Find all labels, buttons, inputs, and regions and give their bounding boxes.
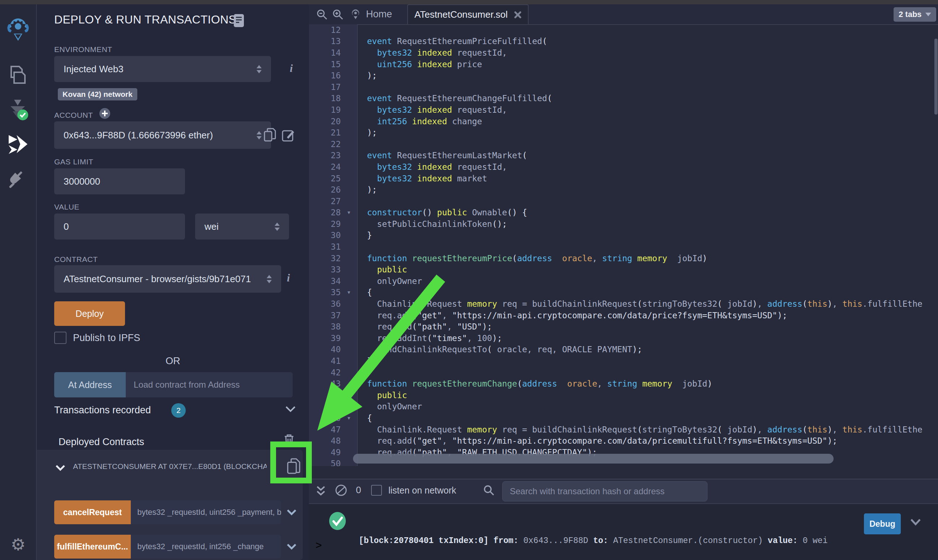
terminal-prompt[interactable]: > (315, 539, 322, 552)
contract-info-icon[interactable]: i (287, 272, 290, 284)
copy-account-icon[interactable] (264, 128, 276, 142)
environment-select[interactable]: Injected Web3 (54, 56, 271, 82)
tab-home[interactable]: Home (366, 9, 392, 20)
code-line[interactable]: 35▾ { (309, 287, 938, 298)
code-line[interactable]: 34 onlyOwner (309, 275, 938, 287)
annotation-highlight-box (270, 442, 312, 483)
code-line[interactable]: 41 } (309, 355, 938, 367)
deploy-run-icon[interactable] (7, 134, 29, 154)
function-expand-chevron-icon[interactable] (287, 535, 296, 558)
code-line[interactable]: 39 req.addInt("times", 100); (309, 332, 938, 344)
fold-caret-icon[interactable]: ▾ (341, 289, 357, 295)
code-line[interactable]: 25 bytes32 indexed market (309, 173, 938, 184)
deploy-button[interactable]: Deploy (54, 301, 125, 326)
code-line[interactable]: 46▾ { (309, 412, 938, 424)
line-number: 15 (309, 60, 341, 69)
contract-expand-chevron-icon[interactable] (55, 465, 65, 471)
code-line[interactable]: 21 ); (309, 127, 938, 138)
contract-function-row: fulfillEthereumC...bytes32 _requestId, i… (54, 535, 296, 558)
window-top-strip (0, 0, 938, 4)
code-line[interactable]: 32 function requestEthereumPrice(address… (309, 252, 938, 264)
code-line[interactable]: 47 Chainlink.Request memory req = buildC… (309, 424, 938, 435)
at-address-input[interactable]: Load contract from Address (126, 372, 293, 397)
tx-log-entry[interactable]: [block:20780401 txIndex:0] from: 0x643..… (359, 508, 827, 560)
edit-account-icon[interactable] (282, 129, 295, 142)
code-line[interactable]: 27 (309, 195, 938, 207)
line-number: 44 (309, 391, 341, 400)
log-collapse-chevron-icon[interactable] (910, 518, 921, 526)
zoom-out-icon[interactable] (316, 9, 328, 20)
line-number: 36 (309, 299, 341, 309)
value-unit-select[interactable]: wei (195, 214, 289, 240)
remix-logo[interactable] (6, 16, 30, 42)
line-number: 23 (309, 151, 341, 160)
code-line[interactable]: 20 int256 indexed change (309, 115, 938, 127)
code-line[interactable]: 30 } (309, 230, 938, 242)
code-line[interactable]: 17 (309, 81, 938, 93)
function-params-input[interactable]: bytes32 _requestId, uint256 _payment, by (131, 500, 281, 524)
horizontal-scrollbar[interactable] (353, 454, 833, 463)
function-call-button[interactable]: fulfillEthereumC... (54, 535, 131, 558)
fold-caret-icon[interactable]: ▾ (341, 209, 357, 216)
tab-close-icon[interactable] (514, 11, 521, 18)
clear-console-icon[interactable] (335, 484, 347, 496)
code-line[interactable]: 28▾ constructor() public Ownable() { (309, 207, 938, 218)
code-line[interactable]: 13 event RequestEthereumPriceFulfilled( (309, 36, 938, 47)
code-line[interactable]: 23 event RequestEthereumLastMarket( (309, 150, 938, 162)
code-line[interactable]: 48 req.add("get", "https://min-api.crypt… (309, 435, 938, 446)
code-line[interactable]: 22 (309, 138, 938, 150)
code-line[interactable]: 14 bytes32 indexed requestId, (309, 47, 938, 58)
function-expand-chevron-icon[interactable] (287, 500, 296, 524)
home-tab-icon[interactable] (349, 8, 362, 21)
code-line[interactable]: 33 public (309, 264, 938, 275)
at-address-button[interactable]: At Address (54, 372, 126, 397)
code-line[interactable]: 12 (309, 24, 938, 36)
plugin-manager-icon[interactable] (8, 170, 28, 189)
fold-caret-icon[interactable]: ▾ (341, 415, 357, 421)
code-line[interactable]: 45 onlyOwner (309, 401, 938, 412)
settings-gear-icon[interactable]: ⚙ (11, 535, 25, 554)
file-explorer-icon[interactable] (8, 65, 28, 85)
code-line[interactable]: 15 uint256 indexed price (309, 58, 938, 70)
code-line[interactable]: 43 function requestEthereumChange(addres… (309, 378, 938, 389)
code-line[interactable]: 38 req.add("path", "USD"); (309, 321, 938, 332)
tabs-count-button[interactable]: 2 tabs (893, 7, 936, 22)
code-line[interactable]: 40 sendChainlinkRequestTo(_oracle, req, … (309, 344, 938, 355)
code-line[interactable]: 31 (309, 241, 938, 252)
function-params-input[interactable]: bytes32 _requestId, int256 _change (131, 535, 281, 558)
environment-info-icon[interactable]: i (290, 62, 293, 74)
remix-ide-window: ⚙ DEPLOY & RUN TRANSACTIONS ENVIRONMENT … (0, 0, 938, 560)
account-label: ACCOUNT (54, 111, 93, 120)
function-call-button[interactable]: cancelRequest (54, 500, 131, 524)
transactions-chevron-icon[interactable] (286, 406, 295, 412)
debug-button[interactable]: Debug (864, 513, 901, 534)
expand-terminal-icon[interactable] (316, 485, 326, 497)
docs-icon[interactable] (234, 14, 244, 28)
code-line[interactable]: 37 req.add("get", "https://min-api.crypt… (309, 310, 938, 321)
code-line[interactable]: 42 (309, 367, 938, 378)
add-account-icon[interactable] (99, 108, 111, 119)
code-line[interactable]: 26 ); (309, 184, 938, 195)
publish-ipfs-checkbox[interactable] (54, 332, 66, 344)
deployed-contract-title[interactable]: ATESTNETCONSUMER AT 0X7E7...E80D1 (BLOCK… (73, 462, 267, 471)
zoom-in-icon[interactable] (332, 9, 344, 20)
terminal-search-input[interactable] (502, 481, 707, 502)
listen-network-checkbox[interactable] (371, 485, 382, 496)
value-input[interactable]: 0 (54, 214, 185, 240)
account-select[interactable]: 0x643...9F88D (1.666673996 ether) (54, 122, 271, 149)
code-line[interactable]: 19 bytes32 indexed requestId, (309, 104, 938, 115)
code-line[interactable]: 24 bytes32 indexed requestId, (309, 161, 938, 173)
code-line[interactable]: 18 event RequestEthereumChangeFulfilled( (309, 93, 938, 105)
vertical-scrollbar[interactable] (934, 38, 938, 115)
solidity-compiler-icon[interactable] (6, 99, 30, 122)
code-area[interactable]: 1213 event RequestEthereumPriceFulfilled… (309, 24, 938, 466)
code-line[interactable]: 16 ); (309, 70, 938, 81)
tab-atestnetconsumer[interactable]: ATestnetConsumer.sol (407, 4, 529, 24)
transactions-recorded-label: Transactions recorded (54, 405, 151, 416)
code-line[interactable]: 44 public (309, 389, 938, 401)
code-line[interactable]: 36 Chainlink.Request memory req = buildC… (309, 298, 938, 310)
deployed-contracts-label: Deployed Contracts (58, 437, 144, 448)
gas-limit-input[interactable]: 3000000 (54, 168, 185, 194)
code-line[interactable]: 29 setPublicChainlinkToken(); (309, 218, 938, 230)
contract-select[interactable]: ATestnetConsumer - browser/gists/9b71e07… (54, 265, 281, 293)
